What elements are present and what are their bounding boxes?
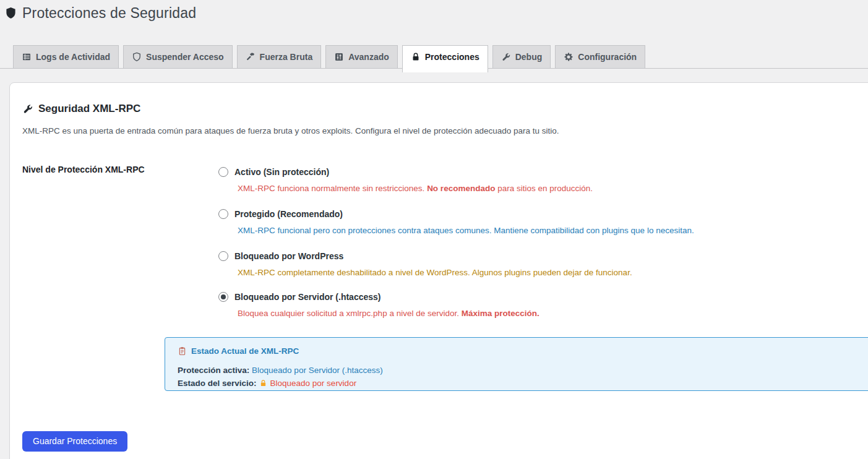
sliders-icon bbox=[334, 52, 344, 62]
radio-option-bloqueado-wordpress: Bloqueado por WordPress XML-RPC completa… bbox=[218, 251, 632, 278]
status-value: Bloqueado por Servidor (.htaccess) bbox=[252, 366, 383, 375]
shield-icon bbox=[132, 52, 142, 62]
status-label: Estado del servicio: bbox=[178, 379, 257, 388]
tab-label: Configuración bbox=[578, 52, 637, 62]
list-icon bbox=[22, 52, 32, 62]
tab-label: Debug bbox=[515, 52, 543, 62]
protections-settings-page: Protecciones de Seguridad Logs de Activi… bbox=[0, 0, 868, 459]
status-row-estado-servicio: Estado del servicio:Bloqueado por servid… bbox=[178, 377, 867, 390]
option-description: XML-RPC funciona normalmente sin restric… bbox=[238, 183, 593, 194]
tab-debug[interactable]: Debug bbox=[492, 45, 551, 69]
radio-button[interactable] bbox=[218, 167, 228, 177]
radio-option-label[interactable]: Protegido (Recomendado) bbox=[234, 208, 343, 220]
field-label-nivel-proteccion: Nivel de Protección XML-RPC bbox=[22, 165, 145, 174]
wrench-icon bbox=[501, 52, 511, 62]
shield-icon bbox=[5, 7, 17, 20]
radio-option-bloqueado-servidor: Bloqueado por Servidor (.htaccess) Bloqu… bbox=[218, 291, 539, 319]
option-description: XML-RPC funcional pero con protecciones … bbox=[238, 225, 694, 236]
page-title: Protecciones de Seguridad bbox=[22, 5, 196, 22]
tab-protecciones[interactable]: Protecciones bbox=[402, 45, 488, 72]
xmlrpc-status-box: Estado Actual de XML-RPC Protección acti… bbox=[165, 337, 868, 391]
content-panel: Seguridad XML-RPC XML-RPC es una puerta … bbox=[9, 82, 868, 459]
wrench-icon bbox=[22, 103, 33, 114]
tab-suspender-acceso[interactable]: Suspender Acceso bbox=[123, 45, 233, 69]
status-box-title-row: Estado Actual de XML-RPC bbox=[178, 346, 867, 356]
status-row-proteccion-activa: Protección activa: Bloqueado por Servido… bbox=[178, 364, 867, 377]
description-text: Bloquea cualquier solicitud a xmlrpc.php… bbox=[238, 309, 462, 318]
clipboard-icon bbox=[178, 346, 187, 356]
tab-label: Avanzado bbox=[348, 52, 389, 62]
radio-option-label[interactable]: Bloqueado por WordPress bbox=[234, 251, 343, 262]
tab-label: Logs de Actividad bbox=[36, 52, 110, 62]
status-label: Protección activa: bbox=[178, 366, 249, 375]
tab-label: Protecciones bbox=[425, 52, 479, 62]
description-text: XML-RPC funciona normalmente sin restric… bbox=[238, 184, 427, 193]
page-header: Protecciones de Seguridad bbox=[5, 5, 196, 22]
description-bold-text: No recomendado bbox=[427, 184, 495, 193]
radio-button[interactable] bbox=[218, 209, 228, 219]
status-box-title: Estado Actual de XML-RPC bbox=[191, 346, 299, 356]
radio-button[interactable] bbox=[218, 251, 228, 261]
lock-icon bbox=[259, 379, 267, 387]
gear-icon bbox=[564, 52, 574, 62]
section-header: Seguridad XML-RPC bbox=[22, 103, 140, 115]
description-text: XML-RPC completamente deshabilitado a ni… bbox=[238, 268, 632, 277]
radio-option-label[interactable]: Activo (Sin protección) bbox=[234, 166, 329, 178]
section-title: Seguridad XML-RPC bbox=[38, 103, 140, 115]
radio-option-protegido: Protegido (Recomendado) XML-RPC funciona… bbox=[218, 208, 694, 236]
option-description: XML-RPC completamente deshabilitado a ni… bbox=[238, 267, 632, 278]
tab-logs-de-actividad[interactable]: Logs de Actividad bbox=[13, 45, 119, 69]
status-value: Bloqueado por servidor bbox=[270, 379, 357, 388]
tab-fuerza-bruta[interactable]: Fuerza Bruta bbox=[237, 45, 322, 69]
save-button[interactable]: Guardar Protecciones bbox=[22, 431, 127, 452]
description-text: para sitios en producción. bbox=[495, 184, 593, 193]
tab-label: Fuerza Bruta bbox=[260, 52, 313, 62]
option-description: Bloquea cualquier solicitud a xmlrpc.php… bbox=[238, 308, 539, 319]
hammer-icon bbox=[246, 52, 256, 62]
tab-label: Suspender Acceso bbox=[146, 52, 224, 62]
radio-button-checked[interactable] bbox=[218, 292, 228, 302]
radio-option-label[interactable]: Bloqueado por Servidor (.htaccess) bbox=[234, 291, 381, 302]
tab-avanzado[interactable]: Avanzado bbox=[325, 45, 398, 69]
description-text: XML-RPC funcional pero con protecciones … bbox=[238, 226, 694, 235]
tab-bar: Logs de Actividad Suspender Acceso Fuerz… bbox=[13, 45, 650, 72]
tab-configuracion[interactable]: Configuración bbox=[555, 45, 645, 69]
lock-icon bbox=[411, 52, 421, 62]
radio-option-activo: Activo (Sin protección) XML-RPC funciona… bbox=[218, 166, 593, 194]
section-description: XML-RPC es una puerta de entrada común p… bbox=[22, 126, 559, 136]
description-bold-text: Máxima protección. bbox=[462, 309, 539, 318]
